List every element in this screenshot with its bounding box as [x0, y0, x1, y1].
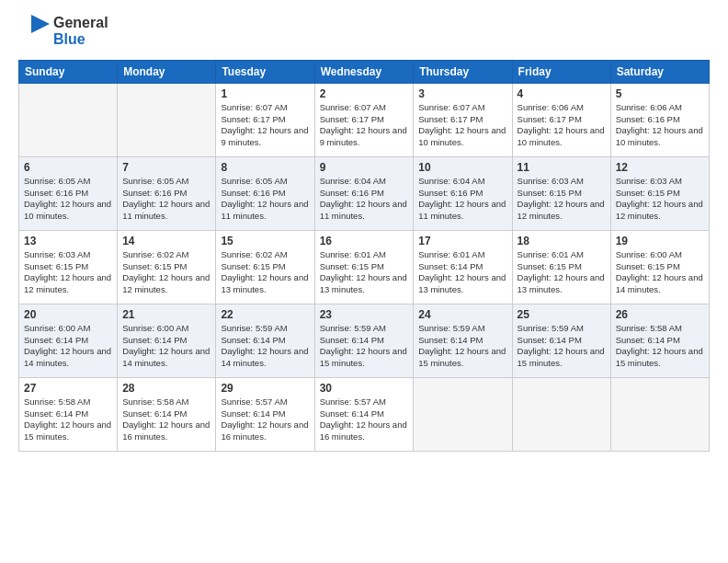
day-number: 20 [24, 308, 112, 321]
day-info: Sunrise: 6:04 AM Sunset: 6:16 PM Dayligh… [320, 176, 409, 223]
calendar-cell-5-5 [414, 377, 512, 451]
day-info: Sunrise: 6:03 AM Sunset: 6:15 PM Dayligh… [616, 176, 704, 223]
day-number: 28 [122, 382, 210, 395]
calendar-cell-4-2: 21Sunrise: 6:00 AM Sunset: 6:14 PM Dayli… [118, 304, 216, 377]
day-number: 24 [418, 308, 506, 321]
calendar-cell-3-5: 17Sunrise: 6:01 AM Sunset: 6:14 PM Dayli… [414, 230, 512, 304]
day-info: Sunrise: 6:01 AM Sunset: 6:15 PM Dayligh… [320, 249, 409, 296]
day-info: Sunrise: 6:03 AM Sunset: 6:15 PM Dayligh… [518, 176, 606, 223]
day-number: 8 [221, 161, 309, 174]
day-info: Sunrise: 6:04 AM Sunset: 6:16 PM Dayligh… [418, 176, 506, 223]
day-info: Sunrise: 6:05 AM Sunset: 6:16 PM Dayligh… [122, 176, 210, 223]
calendar-week-2: 6Sunrise: 6:05 AM Sunset: 6:16 PM Daylig… [19, 156, 710, 230]
calendar-cell-5-6 [512, 377, 610, 451]
day-info: Sunrise: 6:06 AM Sunset: 6:16 PM Dayligh… [616, 102, 704, 149]
day-number: 4 [518, 87, 606, 100]
svg-marker-0 [31, 15, 50, 33]
calendar-cell-2-7: 12Sunrise: 6:03 AM Sunset: 6:15 PM Dayli… [610, 156, 709, 230]
calendar-week-1: 1Sunrise: 6:07 AM Sunset: 6:17 PM Daylig… [19, 83, 710, 156]
day-number: 5 [616, 87, 704, 100]
day-number: 15 [221, 235, 309, 247]
day-number: 29 [221, 382, 309, 395]
calendar-cell-3-2: 14Sunrise: 6:02 AM Sunset: 6:15 PM Dayli… [118, 230, 216, 304]
calendar-cell-1-4: 2Sunrise: 6:07 AM Sunset: 6:17 PM Daylig… [314, 83, 414, 156]
day-number: 9 [320, 161, 409, 174]
day-info: Sunrise: 6:07 AM Sunset: 6:17 PM Dayligh… [418, 102, 506, 149]
day-number: 1 [221, 87, 309, 100]
calendar-cell-3-1: 13Sunrise: 6:03 AM Sunset: 6:15 PM Dayli… [19, 230, 118, 304]
calendar-cell-4-1: 20Sunrise: 6:00 AM Sunset: 6:14 PM Dayli… [19, 304, 118, 377]
day-number: 22 [221, 308, 309, 321]
calendar-cell-1-5: 3Sunrise: 6:07 AM Sunset: 6:17 PM Daylig… [414, 83, 512, 156]
day-number: 14 [122, 235, 210, 247]
calendar-cell-4-4: 23Sunrise: 5:59 AM Sunset: 6:14 PM Dayli… [314, 304, 414, 377]
day-info: Sunrise: 6:05 AM Sunset: 6:16 PM Dayligh… [24, 176, 112, 223]
day-info: Sunrise: 6:03 AM Sunset: 6:15 PM Dayligh… [24, 249, 112, 296]
calendar-table: Sunday Monday Tuesday Wednesday Thursday… [18, 60, 710, 452]
calendar-cell-5-3: 29Sunrise: 5:57 AM Sunset: 6:14 PM Dayli… [216, 377, 314, 451]
day-info: Sunrise: 5:59 AM Sunset: 6:14 PM Dayligh… [320, 323, 409, 370]
calendar-cell-5-7 [610, 377, 709, 451]
calendar-cell-3-4: 16Sunrise: 6:01 AM Sunset: 6:15 PM Dayli… [314, 230, 414, 304]
day-info: Sunrise: 6:00 AM Sunset: 6:14 PM Dayligh… [24, 323, 112, 370]
calendar-cell-2-3: 8Sunrise: 6:05 AM Sunset: 6:16 PM Daylig… [216, 156, 314, 230]
day-info: Sunrise: 5:57 AM Sunset: 6:14 PM Dayligh… [221, 396, 309, 443]
day-info: Sunrise: 6:01 AM Sunset: 6:14 PM Dayligh… [418, 249, 506, 296]
day-info: Sunrise: 6:06 AM Sunset: 6:17 PM Dayligh… [518, 102, 606, 149]
calendar-cell-5-1: 27Sunrise: 5:58 AM Sunset: 6:14 PM Dayli… [19, 377, 118, 451]
calendar-cell-2-1: 6Sunrise: 6:05 AM Sunset: 6:16 PM Daylig… [19, 156, 118, 230]
day-number: 27 [24, 382, 112, 395]
day-number: 19 [616, 235, 704, 247]
day-number: 2 [320, 87, 409, 100]
day-number: 25 [518, 308, 606, 321]
day-info: Sunrise: 6:00 AM Sunset: 6:15 PM Dayligh… [616, 249, 704, 296]
calendar-cell-4-5: 24Sunrise: 5:59 AM Sunset: 6:14 PM Dayli… [414, 304, 512, 377]
col-wednesday: Wednesday [314, 60, 414, 83]
calendar-cell-2-4: 9Sunrise: 6:04 AM Sunset: 6:16 PM Daylig… [314, 156, 414, 230]
day-info: Sunrise: 6:07 AM Sunset: 6:17 PM Dayligh… [221, 102, 309, 149]
day-number: 11 [518, 161, 606, 174]
day-number: 6 [24, 161, 112, 174]
calendar-cell-3-7: 19Sunrise: 6:00 AM Sunset: 6:15 PM Dayli… [610, 230, 709, 304]
day-info: Sunrise: 6:01 AM Sunset: 6:15 PM Dayligh… [518, 249, 606, 296]
calendar-cell-1-2 [118, 83, 216, 156]
col-thursday: Thursday [414, 60, 512, 83]
day-number: 18 [518, 235, 606, 247]
calendar-cell-5-2: 28Sunrise: 5:58 AM Sunset: 6:14 PM Dayli… [118, 377, 216, 451]
col-friday: Friday [512, 60, 610, 83]
calendar-cell-4-3: 22Sunrise: 5:59 AM Sunset: 6:14 PM Dayli… [216, 304, 314, 377]
day-info: Sunrise: 6:07 AM Sunset: 6:17 PM Dayligh… [320, 102, 409, 149]
calendar-cell-1-7: 5Sunrise: 6:06 AM Sunset: 6:16 PM Daylig… [610, 83, 709, 156]
logo: GeneralBlue [18, 15, 108, 49]
calendar-week-3: 13Sunrise: 6:03 AM Sunset: 6:15 PM Dayli… [19, 230, 710, 304]
day-number: 17 [418, 235, 506, 247]
calendar-cell-1-3: 1Sunrise: 6:07 AM Sunset: 6:17 PM Daylig… [216, 83, 314, 156]
page: GeneralBlue Sunday Monday Tuesday Wednes… [0, 0, 728, 563]
col-saturday: Saturday [610, 60, 709, 83]
day-info: Sunrise: 6:00 AM Sunset: 6:14 PM Dayligh… [122, 323, 210, 370]
day-info: Sunrise: 6:02 AM Sunset: 6:15 PM Dayligh… [122, 249, 210, 296]
calendar-cell-4-7: 26Sunrise: 5:58 AM Sunset: 6:14 PM Dayli… [610, 304, 709, 377]
calendar-cell-3-3: 15Sunrise: 6:02 AM Sunset: 6:15 PM Dayli… [216, 230, 314, 304]
calendar-cell-5-4: 30Sunrise: 5:57 AM Sunset: 6:14 PM Dayli… [314, 377, 414, 451]
day-number: 26 [616, 308, 704, 321]
day-info: Sunrise: 5:59 AM Sunset: 6:14 PM Dayligh… [221, 323, 309, 370]
logo-blue: Blue [53, 31, 85, 47]
calendar-week-4: 20Sunrise: 6:00 AM Sunset: 6:14 PM Dayli… [19, 304, 710, 377]
day-number: 7 [122, 161, 210, 174]
calendar-cell-1-6: 4Sunrise: 6:06 AM Sunset: 6:17 PM Daylig… [512, 83, 610, 156]
day-info: Sunrise: 5:58 AM Sunset: 6:14 PM Dayligh… [122, 396, 210, 443]
col-monday: Monday [118, 60, 216, 83]
day-info: Sunrise: 6:05 AM Sunset: 6:16 PM Dayligh… [221, 176, 309, 223]
calendar-cell-1-1 [19, 83, 118, 156]
calendar-week-5: 27Sunrise: 5:58 AM Sunset: 6:14 PM Dayli… [19, 377, 710, 451]
day-info: Sunrise: 5:59 AM Sunset: 6:14 PM Dayligh… [418, 323, 506, 370]
calendar-cell-2-5: 10Sunrise: 6:04 AM Sunset: 6:16 PM Dayli… [414, 156, 512, 230]
day-number: 30 [320, 382, 409, 395]
day-info: Sunrise: 5:58 AM Sunset: 6:14 PM Dayligh… [24, 396, 112, 443]
day-number: 13 [24, 235, 112, 247]
col-tuesday: Tuesday [216, 60, 314, 83]
calendar-cell-4-6: 25Sunrise: 5:59 AM Sunset: 6:14 PM Dayli… [512, 304, 610, 377]
day-number: 21 [122, 308, 210, 321]
day-number: 3 [418, 87, 506, 100]
